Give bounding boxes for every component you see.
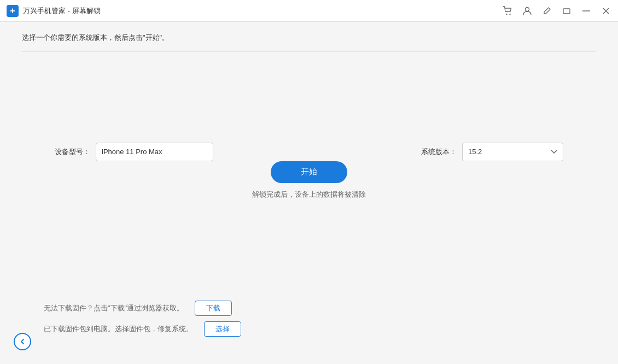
version-field-group: 系统版本： 15.2 15.1 15.0 14.8 14.7 [421,143,563,161]
app-icon: + [7,5,19,17]
content-area: 选择一个你需要的系统版本，然后点击"开始"。 设备型号： 系统版本： 15.2 … [0,22,618,364]
user-icon[interactable] [522,5,533,16]
title-bar-right [502,5,611,16]
device-field-group: 设备型号： [55,143,213,161]
device-version-row: 设备型号： 系统版本： 15.2 15.1 15.0 14.8 14.7 [22,143,596,161]
title-bar-left: + 万兴手机管家 - 屏幕解锁 [7,5,502,17]
cart-icon[interactable] [502,5,513,16]
start-section: 开始 解锁完成后，设备上的数据将被清除 [252,161,366,199]
device-input[interactable] [96,143,213,161]
warning-text: 解锁完成后，设备上的数据将被清除 [252,190,366,199]
svg-point-2 [526,7,529,11]
download-row: 无法下载固件？点击"下载"通过浏览器获取。 下载 [44,301,574,316]
main-form: 设备型号： 系统版本： 15.2 15.1 15.0 14.8 14.7 [22,52,596,290]
download-text: 无法下载固件？点击"下载"通过浏览器获取。 [44,303,184,313]
back-button[interactable] [14,333,31,350]
select-text: 已下载固件包到电脑。选择固件包，修复系统。 [44,324,193,334]
bottom-section: 无法下载固件？点击"下载"通过浏览器获取。 下载 已下载固件包到电脑。选择固件包… [22,290,596,353]
version-label: 系统版本： [421,147,457,157]
select-row: 已下载固件包到电脑。选择固件包，修复系统。 选择 [44,321,574,337]
version-select[interactable]: 15.2 15.1 15.0 14.8 14.7 [462,143,563,161]
start-button[interactable]: 开始 [271,161,347,183]
resize-icon[interactable] [561,5,572,16]
minimize-button[interactable] [581,5,592,16]
svg-rect-3 [563,9,570,14]
instruction-text: 选择一个你需要的系统版本，然后点击"开始"。 [22,33,596,52]
svg-point-1 [509,13,510,14]
select-button[interactable]: 选择 [204,321,241,337]
svg-point-0 [506,13,507,14]
app-title: 万兴手机管家 - 屏幕解锁 [23,6,101,16]
device-label: 设备型号： [55,147,90,157]
title-bar: + 万兴手机管家 - 屏幕解锁 [0,0,618,22]
edit-icon[interactable] [541,5,552,16]
version-select-wrapper: 15.2 15.1 15.0 14.8 14.7 [462,143,563,161]
close-button[interactable] [600,5,611,16]
main-window: + 万兴手机管家 - 屏幕解锁 [0,0,618,364]
download-button[interactable]: 下载 [195,301,232,316]
